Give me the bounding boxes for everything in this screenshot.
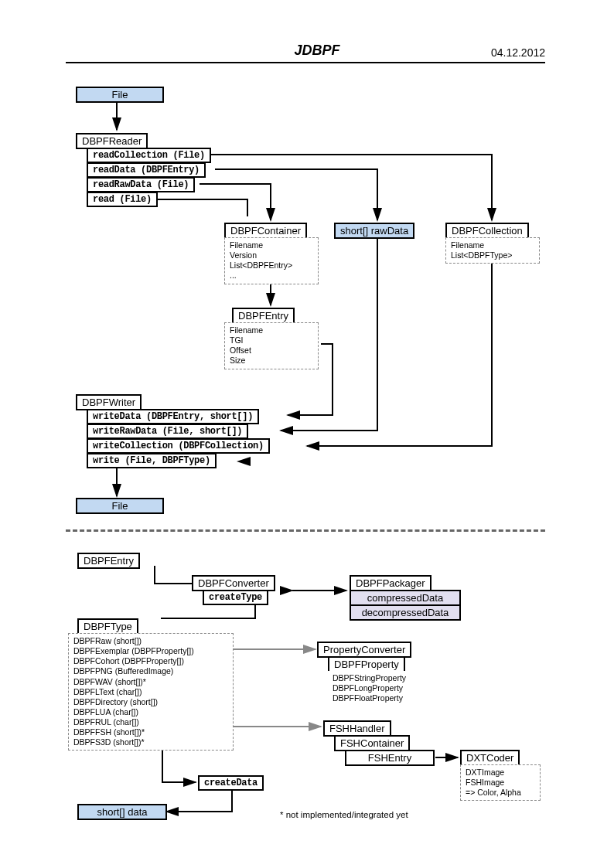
node-fshentry: FSHEntry: [345, 750, 435, 766]
method-decompresseddata: decompressedData: [350, 604, 461, 621]
node-file-bottom: File: [76, 498, 164, 514]
node-dbpfentry: DBPFEntry: [232, 308, 295, 324]
attrs-dxt: DXTImage FSHImage => Color, Alpha: [460, 764, 541, 801]
node-dbpfcontainer: DBPFContainer: [224, 223, 307, 239]
node-dbpfwriter: DBPFWriter: [76, 394, 142, 410]
node-dbpfcollection: DBPFCollection: [445, 223, 529, 239]
method-writerawdata: writeRawData (File, short[]): [87, 424, 248, 439]
node-dbpfentry2: DBPFEntry: [77, 553, 140, 569]
method-writecollection: writeCollection (DBPFCollection): [87, 438, 270, 454]
attrs-entry: Filename TGI Offset Size: [224, 322, 319, 369]
method-createdata: createData: [198, 775, 264, 791]
node-dbpftype: DBPFType: [77, 618, 138, 635]
method-write: write (File, DBPFType): [87, 453, 217, 468]
node-file-top: File: [76, 87, 164, 103]
header: JDBPF 04.12.2012: [66, 43, 545, 63]
method-readrawdata: readRawData (File): [87, 177, 195, 192]
node-dbpfproperty: DBPFProperty: [328, 656, 405, 672]
node-dbpfpackager: DBPFPackager: [350, 575, 432, 591]
node-shortdata: short[] data: [77, 804, 167, 820]
node-fshhandler: FSHHandler: [323, 720, 391, 737]
node-dxtcoder: DXTCoder: [460, 750, 520, 766]
method-writedata: writeData (DBPFEntry, short[]): [87, 409, 259, 424]
node-dbpfreader: DBPFReader: [76, 133, 148, 149]
attrs-dbpfcontainer: Filename Version List<DBPFEntry> ...: [224, 237, 319, 284]
method-compresseddata: compressedData: [350, 590, 461, 606]
node-dbpfconverter: DBPFConverter: [192, 575, 275, 591]
method-readcollection: readCollection (File): [87, 148, 211, 163]
method-readdata: readData (DBPFEntry): [87, 162, 206, 178]
footnote: * not implemented/integrated yet: [280, 810, 408, 819]
attrs-collection: Filename List<DBPFType>: [445, 237, 540, 264]
page-date: 04.12.2012: [491, 46, 545, 59]
node-fshcontainer: FSHContainer: [334, 735, 410, 751]
page-title: JDBPF: [66, 43, 491, 59]
node-propertyconverter: PropertyConverter: [317, 642, 411, 658]
attrs-property: DBPFStringProperty DBPFLongProperty DBPF…: [328, 671, 422, 706]
separator: [66, 529, 545, 532]
method-read: read (File): [87, 192, 158, 207]
node-rawdata: short[] rawData: [334, 223, 414, 239]
method-createtype: createType: [203, 590, 268, 605]
attrs-dbpftype: DBPFRaw (short[]) DBPFExemplar (DBPFProp…: [68, 633, 234, 751]
